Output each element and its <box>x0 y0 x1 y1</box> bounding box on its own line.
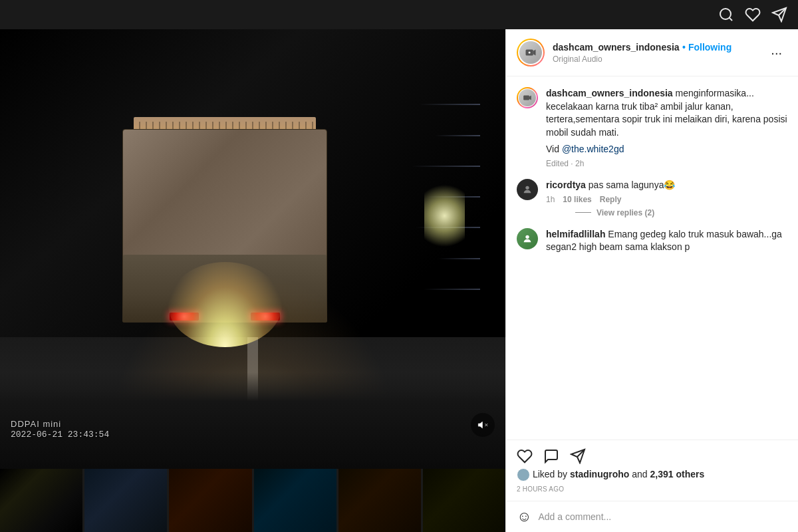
post-audio-label[interactable]: Original Audio <box>553 55 757 64</box>
svg-marker-8 <box>533 50 536 56</box>
comment-ricordtya-username[interactable]: ricordtya <box>546 180 586 190</box>
svg-marker-4 <box>478 422 482 428</box>
comment-helmifadlillah: helmifadlillah Emang gedeg kalo truk mas… <box>517 228 787 254</box>
comments-area[interactable]: dashcam_owners_indonesia menginformasika… <box>506 76 798 440</box>
action-bar: Liked by stadinugroho and 2,391 others 2… <box>506 440 798 501</box>
comment-ricordtya-body-text: pas sama lagunya😂 <box>589 180 676 190</box>
comment-helmifadlillah-username[interactable]: helmifadlillah <box>546 229 605 239</box>
post-caption: dashcam_owners_indonesia menginformasika… <box>517 87 787 168</box>
comment-ricordtya-time: 1h <box>546 195 555 204</box>
thumbnail-strip <box>0 469 505 532</box>
more-options-button[interactable]: ··· <box>765 43 787 63</box>
svg-point-0 <box>720 9 731 19</box>
add-comment-row: ☺ <box>506 501 798 532</box>
svg-marker-11 <box>529 96 531 100</box>
thumbnail-2[interactable] <box>84 469 167 532</box>
video-scene <box>0 29 505 469</box>
caption-mention-prefix: Vid <box>546 144 562 154</box>
add-comment-input[interactable] <box>538 511 787 522</box>
other-vehicle-light <box>424 183 465 249</box>
post-owner-avatar-ring[interactable] <box>517 39 545 66</box>
comment-ricordtya-text: ricordtya pas sama lagunya😂 <box>546 179 787 192</box>
thumbnail-5[interactable] <box>338 469 421 532</box>
svg-line-1 <box>730 18 732 21</box>
caption-username[interactable]: dashcam_owners_indonesia <box>546 88 673 98</box>
caption-mention-line: Vid @the.white2gd <box>546 143 787 156</box>
video-date-overlay: 2022-06-21 23:43:54 <box>11 430 109 440</box>
caption-edited: Edited · 2h <box>546 159 787 168</box>
svg-point-13 <box>525 235 529 238</box>
liked-by-avatar-1 <box>517 468 530 481</box>
liked-by-name[interactable]: stadinugroho <box>570 469 629 479</box>
other-vehicle <box>424 183 465 249</box>
thumbnail-4[interactable] <box>254 469 336 532</box>
comment-ricordtya-actions: 1h 10 likes Reply <box>546 195 787 204</box>
caption-avatar-img <box>519 89 536 106</box>
comment-ricordtya-likes: 10 likes <box>563 195 591 204</box>
messages-nav-icon[interactable] <box>771 7 787 23</box>
svg-point-9 <box>529 52 531 54</box>
share-button[interactable] <box>570 448 586 464</box>
mute-button[interactable] <box>471 413 495 437</box>
post-owner-username[interactable]: dashcam_owners_indonesia <box>553 42 680 53</box>
post-owner-avatar-inner <box>518 40 543 65</box>
post-following-status[interactable]: • Following <box>682 42 732 53</box>
post-header-username-row: dashcam_owners_indonesia • Following <box>553 41 757 53</box>
caption-mention[interactable]: @the.white2gd <box>562 144 624 154</box>
comment-button[interactable] <box>543 448 559 464</box>
comment-ricordtya: ricordtya pas sama lagunya😂 1h 10 likes … <box>517 179 787 217</box>
caption-content: dashcam_owners_indonesia menginformasika… <box>546 87 787 168</box>
thumbnail-6[interactable] <box>423 469 505 532</box>
liked-by-avatar-group <box>517 468 526 481</box>
post-header: dashcam_owners_indonesia • Following Ori… <box>506 29 798 76</box>
comment-helmifadlillah-text: helmifadlillah Emang gedeg kalo truk mas… <box>546 228 787 254</box>
svg-rect-10 <box>523 96 529 100</box>
thumbnail-3[interactable] <box>169 469 251 532</box>
liked-by-others: 2,391 others <box>650 469 705 479</box>
caption-avatar-inner <box>518 88 537 107</box>
comment-ricordtya-content: ricordtya pas sama lagunya😂 1h 10 likes … <box>546 179 787 217</box>
post-header-info: dashcam_owners_indonesia • Following Ori… <box>553 41 757 64</box>
liked-by-text: Liked by stadinugroho and 2,391 others <box>533 469 704 479</box>
caption-text: dashcam_owners_indonesia menginformasika… <box>546 87 787 139</box>
comment-ricordtya-reply-button[interactable]: Reply <box>600 195 622 204</box>
thumbnail-1[interactable] <box>0 469 82 532</box>
heart-nav-icon[interactable] <box>745 7 761 23</box>
post-owner-avatar-img <box>519 41 542 64</box>
main-content: DDPAI mini 2022-06-21 23:43:54 <box>0 29 798 532</box>
post-time: 2 HOURS AGO <box>517 484 787 498</box>
emoji-button[interactable]: ☺ <box>517 508 531 525</box>
car-hood <box>0 372 505 469</box>
instagram-panel: dashcam_owners_indonesia • Following Ori… <box>505 29 798 532</box>
comment-helmifadlillah-avatar[interactable] <box>517 228 538 249</box>
action-icons-row <box>517 446 787 467</box>
liked-by-row: Liked by stadinugroho and 2,391 others <box>517 467 787 484</box>
video-brand-overlay: DDPAI mini <box>11 419 61 429</box>
svg-point-12 <box>525 186 529 190</box>
video-area[interactable]: DDPAI mini 2022-06-21 23:43:54 <box>0 29 505 469</box>
search-nav-icon[interactable] <box>718 7 734 23</box>
view-replies-line <box>575 212 591 213</box>
comment-helmifadlillah-content: helmifadlillah Emang gedeg kalo truk mas… <box>546 228 787 254</box>
caption-avatar-ring[interactable] <box>517 87 538 108</box>
like-button[interactable] <box>517 448 533 464</box>
comment-ricordtya-avatar[interactable] <box>517 179 538 200</box>
view-replies-text: View replies (2) <box>597 208 654 217</box>
video-panel: DDPAI mini 2022-06-21 23:43:54 <box>0 29 505 532</box>
top-nav-bar <box>0 0 798 29</box>
view-replies-ricordtya[interactable]: View replies (2) <box>575 208 787 217</box>
